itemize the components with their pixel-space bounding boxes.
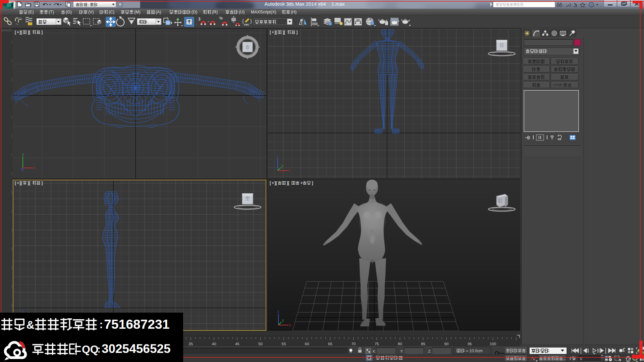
svg-text:85: 85	[421, 342, 425, 346]
svg-text:(C): (C)	[109, 10, 114, 14]
svg-text:75: 75	[375, 342, 379, 346]
svg-text:(T): (T)	[49, 10, 54, 14]
svg-text:(V): (V)	[88, 10, 94, 14]
svg-text:65: 65	[328, 342, 332, 346]
svg-text:}: }	[250, 18, 252, 24]
svg-text:X:: X:	[372, 349, 376, 353]
svg-text:751687231: 751687231	[104, 317, 169, 331]
svg-text:55: 55	[282, 342, 286, 346]
svg-text:M: M	[300, 18, 303, 22]
svg-text:]: ]	[312, 181, 313, 185]
svg-text:MAXScript(X): MAXScript(X)	[251, 10, 276, 14]
svg-text:(U): (U)	[239, 10, 245, 14]
svg-text:[: [	[270, 181, 271, 185]
svg-text:(M): (M)	[134, 10, 141, 14]
svg-text:1.max: 1.max	[331, 1, 345, 7]
svg-text:Y:: Y:	[400, 349, 404, 353]
svg-text:&: &	[26, 319, 34, 331]
svg-text:+: +	[17, 181, 19, 185]
svg-text:%: %	[219, 16, 223, 20]
svg-text:_: _	[207, 18, 210, 22]
svg-text:+: +	[17, 30, 19, 35]
svg-text:Z:: Z:	[428, 349, 431, 353]
svg-text:]: ]	[41, 30, 43, 35]
svg-text:y: y	[281, 164, 283, 168]
svg-text:3025456525: 3025456525	[102, 342, 171, 356]
svg-text:+: +	[272, 181, 274, 185]
svg-text:(R): (R)	[212, 10, 218, 14]
svg-text:z: z	[22, 309, 24, 313]
svg-text:]: ]	[41, 181, 43, 185]
svg-text:y: y	[22, 152, 24, 156]
svg-text:x: x	[288, 169, 290, 172]
svg-text:+: +	[272, 30, 274, 35]
svg-text:][: ][	[287, 181, 289, 185]
svg-text::: :	[99, 318, 103, 330]
svg-text:+: +	[623, 347, 625, 350]
svg-text:60: 60	[305, 342, 309, 346]
svg-text:[: [	[15, 30, 16, 35]
svg-text:][: ][	[19, 181, 22, 185]
svg-text:]: ]	[296, 30, 298, 35]
svg-text:70: 70	[351, 342, 356, 346]
svg-text:Autodesk 3ds Max 2014 x64: Autodesk 3ds Max 2014 x64	[265, 1, 326, 7]
svg-text:ABC: ABC	[244, 23, 250, 26]
svg-text:x: x	[34, 166, 35, 170]
svg-text:][: ][	[28, 30, 30, 35]
svg-text:][: ][	[274, 181, 277, 185]
svg-text:z: z	[277, 155, 278, 159]
svg-text:(E): (E)	[28, 10, 34, 14]
svg-text:[: [	[270, 30, 271, 35]
svg-text:][: ][	[19, 30, 22, 35]
svg-text:QQ: QQ	[82, 343, 99, 355]
svg-text::: :	[97, 344, 101, 355]
svg-text:100: 100	[490, 342, 496, 346]
svg-text:][: ][	[274, 30, 277, 35]
svg-text:x: x	[289, 323, 291, 327]
svg-text:UVW: UVW	[553, 83, 562, 87]
svg-text:= 10.0cm: = 10.0cm	[466, 349, 483, 353]
svg-text:(H): (H)	[291, 10, 297, 14]
svg-text::: :	[88, 2, 89, 7]
svg-text:][: ][	[28, 181, 30, 185]
svg-text:(A): (A)	[156, 10, 161, 14]
svg-text:y: y	[282, 318, 284, 322]
svg-text:95: 95	[468, 342, 472, 346]
svg-text:...: ...	[563, 356, 566, 360]
svg-text:(G): (G)	[66, 10, 72, 14]
svg-text:90: 90	[444, 342, 449, 346]
svg-text:+: +	[301, 181, 303, 185]
svg-text:35: 35	[189, 342, 193, 346]
svg-text:?: ?	[590, 3, 593, 7]
svg-text:40: 40	[212, 342, 216, 346]
svg-text:[: [	[15, 181, 16, 185]
svg-text:][: ][	[282, 30, 285, 35]
svg-text:(D): (D)	[192, 10, 197, 14]
svg-text:80: 80	[398, 342, 402, 346]
svg-text:z: z	[277, 310, 279, 313]
svg-text:3: 3	[198, 17, 201, 21]
svg-text:45: 45	[235, 342, 239, 346]
svg-text:50: 50	[258, 342, 263, 346]
